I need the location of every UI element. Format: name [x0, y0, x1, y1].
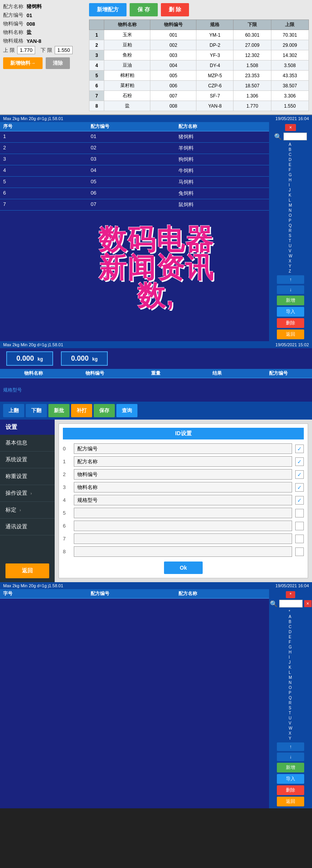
table-row[interactable]: 3鱼粉003YF-312.30214.302 [89, 50, 309, 60]
alpha-letter[interactable]: Y [289, 264, 292, 269]
s2-back-button[interactable]: 返回 [277, 329, 304, 339]
s5-search-input[interactable] [279, 600, 303, 608]
alpha-letter[interactable]: Z [289, 269, 292, 274]
s2-down-button[interactable]: ↓ [277, 285, 304, 294]
alpha-letter[interactable]: S [289, 233, 292, 238]
table-row[interactable]: 2豆粕002DP-227.00929.009 [89, 40, 309, 50]
settings-sidebar-item[interactable]: 称重设置 [0, 468, 55, 485]
s2-import-button[interactable]: 导入 [277, 307, 304, 317]
alpha-letter[interactable]: P [289, 690, 292, 695]
id-row-checkbox[interactable] [295, 547, 304, 556]
alpha-letter[interactable]: H [289, 177, 292, 182]
list-item[interactable]: 202羊饲料 [0, 143, 269, 154]
alpha-letter[interactable]: N [289, 680, 292, 685]
alpha-letter[interactable]: V [289, 248, 292, 253]
s3-comp-button[interactable]: 补打 [71, 404, 92, 417]
id-row-input[interactable] [74, 508, 292, 518]
alpha-letter[interactable]: K [289, 665, 292, 670]
list-item[interactable]: 707鼠饲料 [0, 199, 269, 211]
id-settings-ok-button[interactable]: Ok [164, 562, 203, 574]
alpha-letter[interactable]: Q [289, 223, 292, 228]
alpha-letter[interactable]: C [289, 624, 292, 629]
s5-x-button[interactable]: × [304, 600, 312, 607]
alpha-letter[interactable]: L [289, 670, 292, 675]
alpha-letter[interactable]: H [289, 650, 292, 655]
alpha-letter[interactable]: X [289, 731, 292, 736]
id-row-checkbox[interactable] [295, 509, 304, 517]
alpha-letter[interactable]: S [289, 705, 292, 710]
id-row-checkbox[interactable]: ✓ [295, 496, 304, 505]
alpha-letter[interactable]: F [289, 167, 292, 172]
table-row[interactable]: 7石粉007SF-71.3063.306 [89, 91, 309, 101]
alpha-letter[interactable]: K [289, 193, 292, 198]
id-row-input[interactable] [74, 533, 292, 544]
id-row-checkbox[interactable]: ✓ [295, 457, 304, 466]
s5-add-button[interactable]: 新增 [277, 763, 304, 772]
alpha-letter[interactable]: A [289, 614, 292, 619]
id-row-input[interactable] [74, 546, 292, 557]
alpha-letter[interactable]: * [289, 609, 292, 614]
alpha-letter[interactable]: D [289, 629, 292, 634]
s2-add-button[interactable]: 新增 [277, 296, 304, 305]
alpha-letter[interactable]: I [289, 182, 292, 188]
s3-down-button[interactable]: 下翻 [26, 404, 47, 417]
settings-sidebar-item[interactable]: 基本信息 [0, 435, 55, 452]
s5-up-button[interactable]: ↑ [277, 742, 304, 751]
s2-search-input[interactable] [283, 133, 307, 140]
id-row-checkbox[interactable] [295, 522, 304, 530]
id-row-input[interactable] [74, 495, 292, 505]
alpha-letter[interactable]: G [289, 172, 292, 177]
alpha-letter[interactable]: J [289, 660, 292, 665]
alpha-letter[interactable]: E [289, 162, 292, 167]
alpha-letter[interactable]: P [289, 218, 292, 223]
new-formula-button[interactable]: 新增配方 [89, 3, 127, 16]
delete-formula-button[interactable]: 删 除 [161, 3, 189, 16]
alpha-letter[interactable]: O [289, 685, 292, 690]
alpha-letter[interactable]: M [289, 675, 292, 680]
s5-import-button[interactable]: 导入 [277, 774, 304, 784]
list-item[interactable]: 404牛饲料 [0, 165, 269, 177]
alpha-letter[interactable]: F [289, 639, 292, 645]
alpha-letter[interactable]: C [289, 152, 292, 157]
clear-button[interactable]: 清除 [46, 57, 70, 69]
id-row-checkbox[interactable]: ✓ [295, 445, 304, 453]
s5-close-button[interactable]: * [286, 591, 296, 598]
alpha-letter[interactable]: B [289, 619, 292, 624]
id-row-input[interactable] [74, 443, 292, 454]
alpha-letter[interactable]: Q [289, 695, 292, 700]
id-row-checkbox[interactable]: ✓ [295, 470, 304, 479]
s3-save-button[interactable]: 保存 [94, 404, 115, 417]
alpha-letter[interactable]: D [289, 157, 292, 162]
s3-query-button[interactable]: 查询 [116, 404, 137, 417]
alpha-letter[interactable]: M [289, 203, 292, 208]
add-material-button[interactable]: 新增物料→ [3, 57, 43, 69]
s5-down-button[interactable]: ↓ [277, 753, 304, 761]
alpha-letter[interactable]: U [289, 716, 292, 721]
table-row[interactable]: 5棉籽粕005MZP-523.35343.353 [89, 71, 309, 81]
alpha-letter[interactable]: G [289, 645, 292, 650]
settings-sidebar-item[interactable]: 系统设置 [0, 452, 55, 468]
settings-sidebar-item[interactable]: 操作设置› [0, 485, 55, 502]
save-formula-button[interactable]: 保 存 [130, 3, 158, 16]
table-row[interactable]: 1玉米001YM-160.30170.301 [89, 30, 309, 40]
alpha-letter[interactable]: T [289, 710, 292, 716]
alpha-letter[interactable]: N [289, 208, 292, 213]
alpha-letter[interactable]: L [289, 198, 292, 203]
list-item[interactable]: 505马饲料 [0, 177, 269, 188]
settings-back-button[interactable]: 返回 [5, 563, 49, 578]
table-row[interactable]: 4豆油004DY-41.5083.508 [89, 60, 309, 71]
s5-back-button[interactable]: 返回 [277, 797, 304, 806]
alpha-letter[interactable]: R [289, 700, 292, 705]
settings-sidebar-item[interactable]: 标定› [0, 502, 55, 519]
table-row[interactable]: 8盐008YAN-81.7701.550 [89, 101, 309, 111]
alpha-letter[interactable]: X [289, 259, 292, 264]
s3-up-button[interactable]: 上翻 [3, 404, 24, 417]
alpha-letter[interactable]: Y [289, 736, 292, 741]
alpha-letter[interactable]: T [289, 238, 292, 243]
id-row-input[interactable] [74, 469, 292, 480]
alpha-letter[interactable]: W [289, 253, 292, 259]
id-row-checkbox[interactable] [295, 535, 304, 543]
s2-close-button[interactable]: × [285, 124, 296, 131]
list-item[interactable]: 303狗饲料 [0, 154, 269, 165]
s2-delete-button[interactable]: 删除 [277, 318, 304, 328]
